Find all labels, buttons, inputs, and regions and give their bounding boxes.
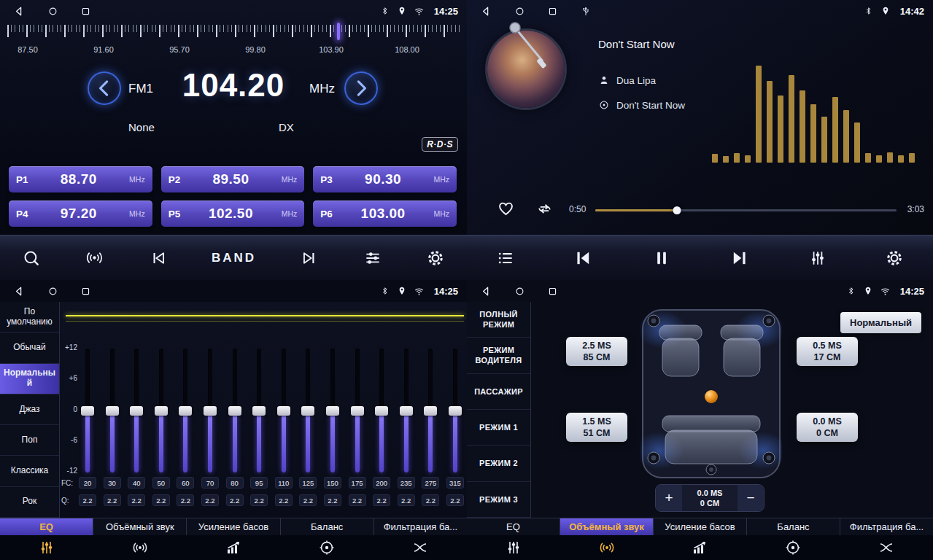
- surround-sound-icon[interactable]: [560, 535, 654, 560]
- nav-recents-icon[interactable]: [80, 6, 91, 17]
- broadcast-icon[interactable]: [85, 248, 104, 268]
- eq-band-slider[interactable]: [128, 349, 145, 472]
- eq-slider-handle[interactable]: [351, 406, 364, 416]
- eq-preset-item[interactable]: Рок: [0, 487, 59, 518]
- eq-slider-handle[interactable]: [277, 406, 290, 416]
- tab-bass-boost[interactable]: Усиление басов: [654, 518, 747, 535]
- next-station-icon[interactable]: [300, 249, 319, 268]
- eq-slider-handle[interactable]: [130, 406, 143, 416]
- eq-preset-item[interactable]: По умолчанию: [0, 302, 59, 332]
- seek-bar[interactable]: [595, 206, 897, 214]
- nav-back-icon[interactable]: [480, 285, 492, 298]
- preset-button-5[interactable]: P5102.50MHz: [161, 201, 305, 227]
- balance-icon[interactable]: [280, 535, 373, 560]
- nav-home-icon[interactable]: [47, 286, 58, 297]
- delay-rear-right[interactable]: 0.0 MS 0 CM: [797, 413, 858, 442]
- eq-band-slider[interactable]: [349, 349, 366, 472]
- next-track-icon[interactable]: [729, 248, 750, 268]
- nav-home-icon[interactable]: [514, 286, 525, 297]
- nav-back-icon[interactable]: [13, 285, 26, 298]
- tab-surround-sound[interactable]: Объёмный звук: [560, 518, 654, 535]
- nav-home-icon[interactable]: [514, 6, 525, 17]
- seek-knob[interactable]: [673, 206, 681, 214]
- eq-slider-handle[interactable]: [81, 406, 94, 416]
- bass-boost-icon[interactable]: [187, 535, 280, 560]
- tune-up-button[interactable]: [344, 71, 378, 105]
- surround-preset-button[interactable]: Нормальный: [840, 312, 921, 333]
- eq-settings-icon[interactable]: [363, 249, 382, 268]
- previous-track-icon[interactable]: [573, 248, 593, 268]
- surround-mode-item[interactable]: РЕЖИМ 3: [467, 482, 530, 518]
- playlist-icon[interactable]: [496, 249, 515, 268]
- eq-slider-handle[interactable]: [375, 406, 388, 416]
- nav-home-icon[interactable]: [47, 6, 58, 17]
- eq-band-slider[interactable]: [299, 349, 317, 472]
- eq-slider-handle[interactable]: [106, 406, 119, 416]
- frequency-ruler[interactable]: [7, 25, 461, 44]
- eq-band-slider[interactable]: [446, 349, 464, 472]
- eq-slider-handle[interactable]: [301, 406, 314, 416]
- tab-filter[interactable]: Фильтрация ба...: [840, 518, 933, 535]
- tune-down-button[interactable]: [88, 71, 121, 105]
- tab-filter[interactable]: Фильтрация ба...: [374, 518, 467, 535]
- eq-band-slider[interactable]: [373, 349, 390, 472]
- tab-eq[interactable]: EQ: [0, 518, 93, 535]
- nav-recents-icon[interactable]: [80, 286, 91, 297]
- previous-station-icon[interactable]: [149, 249, 168, 268]
- nav-recents-icon[interactable]: [547, 286, 558, 297]
- settings-gear-icon[interactable]: [426, 249, 445, 268]
- eq-slider-handle[interactable]: [179, 406, 192, 416]
- tab-bass-boost[interactable]: Усиление басов: [187, 518, 280, 535]
- preset-button-2[interactable]: P289.50MHz: [161, 166, 305, 192]
- eq-band-slider[interactable]: [201, 349, 219, 472]
- preset-button-3[interactable]: P390.30MHz: [313, 166, 457, 192]
- decrease-delay-button[interactable]: −: [738, 485, 764, 511]
- eq-slider-handle[interactable]: [449, 406, 462, 416]
- nav-back-icon[interactable]: [13, 5, 26, 18]
- eq-band-slider[interactable]: [226, 349, 244, 472]
- eq-band-slider[interactable]: [422, 349, 439, 472]
- eq-slider-handle[interactable]: [400, 406, 413, 416]
- surround-mode-item[interactable]: РЕЖИМ ВОДИТЕЛЯ: [467, 338, 530, 373]
- delay-rear-left[interactable]: 1.5 MS 51 CM: [566, 413, 627, 442]
- eq-preset-item[interactable]: Нормальный: [0, 364, 59, 394]
- balance-icon[interactable]: [746, 535, 840, 560]
- pause-icon[interactable]: [651, 248, 672, 268]
- mixer-icon[interactable]: [808, 249, 827, 268]
- tab-surround-sound[interactable]: Объёмный звук: [93, 518, 187, 535]
- filter-icon[interactable]: [373, 535, 467, 560]
- eq-slider-handle[interactable]: [204, 406, 217, 416]
- eq-band-slider[interactable]: [250, 349, 268, 472]
- tab-balance[interactable]: Баланс: [747, 518, 840, 535]
- delay-front-left[interactable]: 2.5 MS 85 CM: [566, 337, 627, 366]
- eq-slider-handle[interactable]: [326, 406, 339, 416]
- eq-preset-item[interactable]: Обычай: [0, 332, 59, 363]
- delay-front-right[interactable]: 0.5 MS 17 CM: [797, 337, 858, 366]
- eq-preset-item[interactable]: Классика: [0, 456, 59, 486]
- preset-button-6[interactable]: P6103.00MHz: [313, 201, 457, 227]
- band-button[interactable]: BAND: [212, 251, 256, 265]
- eq-slider-handle[interactable]: [252, 406, 266, 416]
- increase-delay-button[interactable]: +: [656, 485, 682, 511]
- eq-preset-item[interactable]: Поп: [0, 425, 59, 456]
- nav-recents-icon[interactable]: [547, 6, 558, 17]
- surround-mode-item[interactable]: РЕЖИМ 1: [467, 410, 530, 446]
- favorite-icon[interactable]: [496, 198, 516, 218]
- eq-sliders-icon[interactable]: [467, 535, 560, 560]
- eq-slider-handle[interactable]: [155, 406, 168, 416]
- eq-slider-handle[interactable]: [228, 406, 241, 416]
- eq-band-slider[interactable]: [177, 349, 194, 472]
- eq-sliders-icon[interactable]: [0, 535, 93, 560]
- eq-band-slider[interactable]: [398, 349, 415, 472]
- scan-icon[interactable]: [22, 249, 41, 268]
- filter-icon[interactable]: [840, 535, 933, 560]
- tab-eq[interactable]: EQ: [467, 518, 560, 535]
- eq-band-slider[interactable]: [152, 349, 170, 472]
- eq-band-slider[interactable]: [104, 349, 121, 472]
- tab-balance[interactable]: Баланс: [281, 518, 374, 535]
- eq-band-slider[interactable]: [275, 349, 293, 472]
- preset-button-4[interactable]: P497.20MHz: [9, 201, 152, 227]
- surround-mode-item[interactable]: ПОЛНЫЙ РЕЖИМ: [467, 302, 530, 338]
- repeat-icon[interactable]: [535, 200, 554, 218]
- nav-back-icon[interactable]: [480, 5, 492, 18]
